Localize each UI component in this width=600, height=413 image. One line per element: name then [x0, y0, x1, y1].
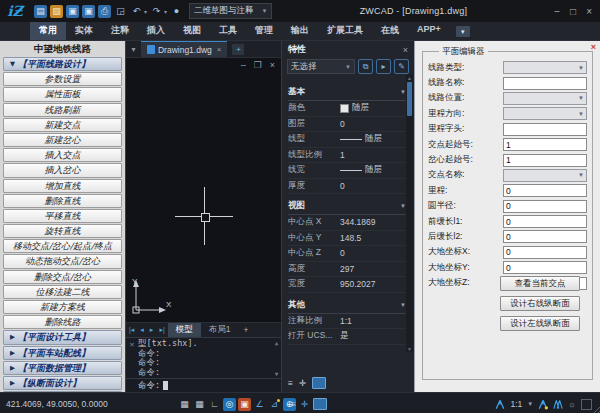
field-input[interactable]: 0 [503, 261, 587, 274]
chevron-down-icon[interactable]: ▾ [164, 8, 167, 15]
tab-layout1[interactable]: 布局1 [201, 323, 239, 337]
float-window-icon[interactable] [313, 398, 327, 410]
ribbon-tab-APP+[interactable]: APP+ [408, 22, 450, 40]
model-canvas[interactable]: – ❐ × Y X [126, 58, 281, 322]
add-layout-button[interactable]: + [238, 325, 253, 335]
sidebar-button-删除直线[interactable]: 删除直线 [3, 194, 122, 208]
ribbon-tab-视图[interactable]: 视图 [174, 22, 210, 40]
properties-section-其他[interactable]: 其他▼ [288, 297, 406, 314]
sidebar-button-插入岔心[interactable]: 插入岔心 [3, 163, 122, 177]
properties-menu-icon[interactable]: ≡ [291, 399, 296, 409]
property-row[interactable]: 中心点 Y148.5 [288, 231, 406, 247]
sidebar-button-删除线路[interactable]: 删除线路 [3, 315, 122, 329]
close-command-icon[interactable]: ✕ [126, 338, 138, 378]
field-input[interactable]: 0 [503, 215, 587, 228]
chevron-down-icon[interactable]: ▾ [144, 8, 147, 15]
minimize-button[interactable]: − [554, 6, 560, 17]
field-select[interactable]: ▼ [503, 92, 587, 105]
next-layout-icon[interactable]: ▸ [147, 326, 157, 334]
clean-screen-icon[interactable] [581, 399, 592, 410]
field-input[interactable]: 1 [503, 138, 587, 151]
field-input[interactable]: 1 [503, 154, 587, 167]
sidebar-section-【纵断面设计】[interactable]: ▶【纵断面设计】 [3, 376, 122, 390]
ribbon-tab-常用[interactable]: 常用 [30, 22, 66, 40]
scroll-up-icon[interactable]: ▲ [275, 339, 279, 346]
property-row[interactable]: 厚度0 [288, 179, 406, 195]
sidebar-button-属性面板[interactable]: 属性面板 [3, 87, 122, 101]
select-objects-icon[interactable]: ▸ [376, 59, 391, 74]
sidebar-button-新建方案线[interactable]: 新建方案线 [3, 300, 122, 314]
online-help-icon[interactable]: ● [170, 5, 183, 18]
property-row[interactable]: 图层0 [288, 117, 406, 133]
properties-section-视图[interactable]: 视图▼ [288, 198, 406, 215]
sidebar-section-【平面车站配线】[interactable]: ▶【平面车站配线】 [3, 346, 122, 360]
field-input[interactable] [503, 123, 587, 136]
field-select[interactable]: ▼ [503, 107, 587, 120]
snap-mode-icon[interactable]: ▦ [193, 398, 206, 411]
auto-annotation-icon[interactable] [538, 399, 548, 410]
chevron-down-icon[interactable]: ▼ [527, 401, 533, 407]
property-row[interactable]: 中心点 X344.1869 [288, 215, 406, 231]
ribbon-tab-管理[interactable]: 管理 [246, 22, 282, 40]
sidebar-button-参数设置[interactable]: 参数设置 [3, 72, 122, 86]
sidebar-button-旋转直线[interactable]: 旋转直线 [3, 224, 122, 238]
sidebar-button-移动交点/岔心/起点/终点[interactable]: 移动交点/岔心/起点/终点 [3, 239, 122, 253]
pickadd-toggle-icon[interactable]: ⧉ [358, 59, 373, 74]
properties-menu-icon[interactable]: ≡ [288, 378, 293, 388]
button-设计左线纵断面[interactable]: 设计左线纵断面 [500, 316, 580, 331]
plot-preview-icon[interactable]: ◲ [114, 5, 127, 18]
ortho-mode-icon[interactable]: ∟ [208, 398, 221, 411]
property-row[interactable]: 线宽随层 [288, 163, 406, 179]
scroll-down-icon[interactable]: ▼ [275, 370, 279, 377]
annotation-scale-value[interactable]: 1:1 [510, 399, 522, 409]
prev-layout-icon[interactable]: ◂ [137, 326, 147, 334]
new-drawing-icon[interactable]: + [232, 44, 244, 55]
sidebar-button-平移直线[interactable]: 平移直线 [3, 209, 122, 223]
print-icon[interactable]: ⎙ [98, 5, 111, 18]
button-设计右线纵断面[interactable]: 设计右线纵断面 [500, 296, 580, 311]
first-layout-icon[interactable]: |◂ [126, 326, 137, 334]
redo-icon[interactable]: ↷ [150, 5, 163, 18]
child-minimize-button[interactable]: – [241, 60, 246, 70]
polar-tracking-icon[interactable]: ▣ [238, 398, 251, 411]
properties-section-基本[interactable]: 基本▼ [288, 84, 406, 101]
child-close-button[interactable]: × [270, 60, 275, 70]
annotation-monitor-icon[interactable]: ⊿ [268, 398, 281, 411]
object-snap-tracking-icon[interactable]: ∠ [253, 398, 266, 411]
tab-model[interactable]: 模型 [168, 323, 201, 337]
child-restore-button[interactable]: ❐ [254, 60, 262, 70]
field-select[interactable]: ▼ [503, 169, 587, 182]
float-window-icon[interactable] [312, 377, 326, 389]
command-scrollbar[interactable]: ▲ ▼ [272, 338, 281, 378]
property-row[interactable]: 打开 UCS...是 [288, 329, 406, 345]
ribbon-tab-工具[interactable]: 工具 [210, 22, 246, 40]
sidebar-button-线路刷新[interactable]: 线路刷新 [3, 103, 122, 117]
sidebar-button-新建交点[interactable]: 新建交点 [3, 118, 122, 132]
ribbon-tab-输出[interactable]: 输出 [282, 22, 318, 40]
ribbon-tab-插入[interactable]: 插入 [138, 22, 174, 40]
field-input[interactable]: 0 [503, 184, 587, 197]
ribbon-tab-扩展工具[interactable]: 扩展工具 [318, 22, 372, 40]
document-tab[interactable]: Drawing1.dwg × [141, 41, 228, 57]
undo-icon[interactable]: ↶ [130, 5, 143, 18]
pointer-add-icon[interactable]: ✛ [301, 399, 308, 409]
button-查看当前交点[interactable]: 查看当前交点 [500, 276, 580, 291]
ribbon-tab-注释[interactable]: 注释 [102, 22, 138, 40]
workspace-dropdown[interactable]: 二维草图与注释 ▼ [189, 3, 272, 19]
field-input[interactable] [503, 77, 587, 90]
sidebar-button-位移法建二线[interactable]: 位移法建二线 [3, 285, 122, 299]
ribbon-tab-实体[interactable]: 实体 [66, 22, 102, 40]
tab-close-icon[interactable]: × [217, 45, 222, 54]
save-icon[interactable]: ▣ [66, 5, 79, 18]
maximize-button[interactable]: □ [570, 6, 576, 17]
scroll-thumb[interactable] [407, 82, 412, 116]
property-row[interactable]: 高度297 [288, 262, 406, 278]
property-row[interactable]: 中心点 Z0 [288, 246, 406, 262]
field-select[interactable]: ▼ [503, 61, 587, 74]
annotation-visibility-icon[interactable] [495, 399, 505, 410]
properties-close-icon[interactable]: × [403, 45, 408, 55]
open-folder-icon[interactable]: ▨ [50, 5, 63, 18]
sidebar-button-动态拖动交点/岔心[interactable]: 动态拖动交点/岔心 [3, 254, 122, 268]
new-file-icon[interactable]: ▤ [34, 5, 47, 18]
field-input[interactable]: 0 [503, 246, 587, 259]
